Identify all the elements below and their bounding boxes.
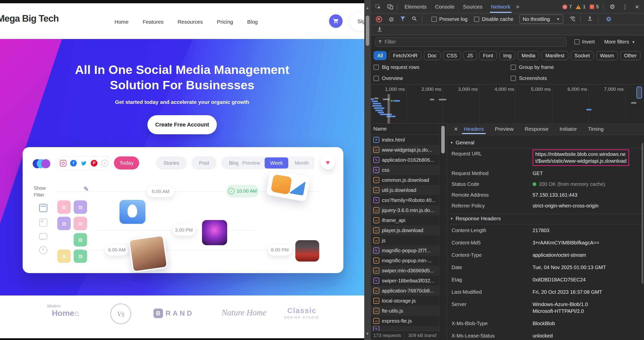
filter-funnel-icon[interactable] [400, 16, 406, 22]
request-row[interactable]: magnific-popup.min-... [371, 256, 439, 266]
details-tab[interactable]: Initiator [559, 123, 577, 135]
option-checkbox[interactable] [374, 76, 379, 81]
record-icon[interactable] [376, 16, 382, 22]
view-option[interactable]: Week [265, 157, 289, 168]
close-details-icon[interactable]: × [453, 125, 459, 133]
post-photo-people[interactable] [128, 235, 168, 273]
media-tile[interactable] [57, 233, 71, 246]
twitter-icon[interactable] [80, 160, 87, 166]
create-account-button[interactable]: Create Free Account [147, 115, 217, 134]
time-pill[interactable]: 6.00 AM [105, 244, 129, 256]
option-checkbox[interactable] [511, 65, 516, 70]
content-chip[interactable]: Post [191, 156, 217, 169]
invert-option[interactable]: Invert [574, 39, 595, 45]
nav-link[interactable]: Home [114, 19, 129, 25]
type-filter-chip[interactable]: Img [499, 51, 515, 60]
post-photo-man[interactable] [295, 240, 319, 262]
inspect-element-icon[interactable] [374, 4, 382, 10]
name-column-header[interactable]: Name [371, 123, 439, 135]
network-overview-timeline[interactable]: 1,000 ms2,000 ms3,000 ms4,000 ms5,000 ms… [371, 84, 644, 124]
details-scrollbar-thumb[interactable] [641, 143, 643, 284]
cart-button[interactable] [329, 14, 343, 28]
request-row[interactable]: jquery-3.6.0.min.js.do... [371, 205, 439, 215]
request-row[interactable]: css [371, 165, 439, 175]
more-filters[interactable]: More filters ▼ [604, 39, 635, 45]
settings-gear-icon[interactable]: ⚙ [608, 3, 617, 11]
favorite-button[interactable]: ♥ [321, 155, 335, 169]
option-checkbox[interactable] [511, 76, 516, 81]
warning-badge-icon[interactable] [576, 5, 581, 9]
content-chip[interactable]: Stories [156, 156, 187, 169]
blocked-badge-icon[interactable]: × [590, 5, 594, 9]
close-devtools-icon[interactable]: × [634, 3, 640, 11]
image-icon[interactable] [39, 219, 47, 227]
request-row[interactable]: css?family=Roboto:40... [371, 195, 439, 205]
type-filter-chip[interactable]: Other [620, 51, 640, 60]
nav-link[interactable]: Features [143, 19, 164, 25]
general-section-header[interactable]: ▼ General [447, 138, 644, 148]
request-row[interactable]: index.html [371, 135, 439, 145]
menu-dots-icon[interactable]: ⋮ [621, 3, 630, 11]
view-option[interactable]: Preview [239, 157, 263, 168]
option-checkbox[interactable] [374, 65, 379, 70]
details-tab[interactable]: Timing [587, 123, 604, 135]
network-option[interactable]: Screenshots [511, 75, 547, 81]
request-row[interactable]: fte-utils.js [371, 306, 439, 316]
type-filter-chip[interactable]: Socket [571, 51, 594, 60]
request-row[interactable]: magnific-popup-2f7f... [371, 245, 439, 256]
add-account-icon[interactable]: + [101, 160, 108, 167]
time-pill-scheduled[interactable]: ✓ 10.00 AM [226, 185, 259, 197]
request-row[interactable]: swiper-18be8aa3f032... [371, 276, 439, 286]
time-pill[interactable]: 3.00 PM [173, 225, 195, 236]
request-row[interactable]: common.js.download [371, 175, 439, 185]
media-tile[interactable] [57, 200, 71, 214]
devtools-tab[interactable]: Console [431, 0, 459, 14]
network-option[interactable]: Group by frame [511, 64, 554, 70]
devtools-tab[interactable]: Network [487, 0, 515, 14]
import-har-icon[interactable] [377, 27, 382, 33]
type-filter-chip[interactable]: Media [518, 51, 539, 60]
page-scrollbar[interactable]: ▲ ▼ [364, 0, 371, 340]
details-tab[interactable]: Response [524, 123, 549, 135]
export-har-icon[interactable] [587, 16, 593, 23]
media-tile[interactable] [74, 233, 87, 246]
clock-icon[interactable] [39, 246, 47, 254]
device-toolbar-icon[interactable] [386, 4, 395, 10]
post-photo-neon[interactable] [202, 220, 227, 245]
filter-input[interactable]: Filter [375, 37, 567, 47]
preserve-log-option[interactable]: Preserve log [431, 16, 467, 22]
time-pill[interactable]: 8.00 PM [268, 244, 292, 256]
media-tile[interactable] [74, 249, 87, 263]
media-tile[interactable] [74, 217, 87, 230]
details-tab[interactable]: Preview [494, 123, 514, 135]
request-row[interactable]: js [371, 235, 439, 245]
facebook-icon[interactable]: f [70, 160, 77, 166]
details-tab[interactable]: Headers [463, 123, 484, 135]
preserve-log-checkbox[interactable] [431, 17, 437, 22]
request-row[interactable]: swiper.min-d36969d5... [371, 266, 439, 276]
scroll-down-arrow[interactable]: ▼ [366, 331, 369, 336]
request-row[interactable]: www-widgetapi.js.do... [371, 145, 439, 155]
type-filter-chip[interactable]: CSS [443, 51, 461, 60]
type-filter-chip[interactable]: All [374, 51, 387, 60]
invert-checkbox[interactable] [574, 39, 580, 45]
network-option[interactable]: Overview [374, 75, 403, 81]
view-option[interactable]: Month [290, 157, 314, 168]
media-tile[interactable] [57, 217, 71, 230]
request-row[interactable]: application-76970cb8... [371, 286, 439, 296]
disable-cache-option[interactable]: Disable cache [474, 16, 513, 22]
clear-icon[interactable]: ⊘ [389, 16, 394, 23]
network-conditions-icon[interactable]: ⚙ [569, 16, 576, 23]
time-pill[interactable]: 5.00 AM [147, 186, 174, 197]
type-filter-chip[interactable]: JS [463, 51, 477, 60]
scrollbar-thumb[interactable] [366, 16, 369, 46]
response-headers-section-header[interactable]: ▼ Response Headers [447, 214, 644, 224]
media-tile[interactable] [57, 249, 71, 263]
network-settings-gear-icon[interactable]: ⚙ [605, 15, 613, 23]
type-filter-chip[interactable]: Font [479, 51, 497, 60]
request-row[interactable]: express-fte.js [371, 316, 439, 326]
error-badge-icon[interactable]: × [562, 5, 567, 9]
nav-link[interactable]: Blog [247, 19, 258, 25]
type-filter-chip[interactable]: Wasm [596, 51, 618, 60]
more-tabs-icon[interactable]: » [516, 4, 519, 10]
